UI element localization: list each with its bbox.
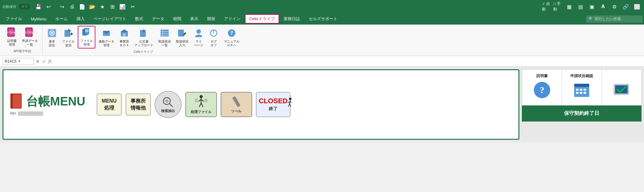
cancel-formula-icon[interactable]: ✕ (36, 59, 40, 64)
kihon-icon (47, 28, 57, 39)
file-mgmt-label: ファイル管理 (80, 39, 93, 47)
ribbon-group-buttons-api: e-Gov 証明書管理 e-Gov 申請データ一覧 (5, 26, 40, 48)
closed-box[interactable]: CLOSED 終了 (256, 92, 291, 117)
menu-gyomu-nisshi[interactable]: 業務日誌 (279, 14, 304, 24)
manual-button[interactable]: □ 手動 (553, 2, 562, 11)
table-layout-btn2[interactable]: ▤ (576, 2, 585, 11)
ribbon-btn-shoumei[interactable]: e-Gov 証明書管理 (5, 26, 19, 48)
name-box[interactable]: R14C5 ▼ (3, 58, 34, 65)
print-button[interactable]: 🖨 (68, 2, 76, 11)
ribbon-btn-renraku[interactable]: 連絡データ管理 (97, 27, 116, 48)
fullscreen-button[interactable]: ⬜ (633, 2, 641, 11)
right-section-status: 申請状況確認 (562, 70, 602, 105)
manual-section-icon[interactable]: ? (533, 81, 551, 102)
ribbon-btn-kihon[interactable]: 基本設定 (45, 27, 59, 48)
grid-button[interactable]: ⊞ (108, 2, 117, 11)
menu-cells-drive[interactable]: Cellsドライブ (245, 14, 279, 24)
tool-box[interactable]: ツール (221, 92, 252, 117)
search-circle-box[interactable]: 検索抽出 (155, 91, 182, 118)
tool-button[interactable]: ツール (221, 92, 252, 117)
insert-function-icon[interactable]: fx (48, 59, 52, 64)
menu-sells-support[interactable]: セルズサポート (304, 14, 342, 24)
svg-rect-71 (584, 92, 586, 94)
search-button[interactable]: 検索抽出 (155, 91, 182, 118)
shinsei-label: 申請データ一覧 (22, 39, 38, 47)
svg-point-42 (200, 95, 203, 98)
svg-rect-21 (123, 33, 126, 37)
closed-end-label: 終了 (269, 106, 278, 112)
menu-proc-box[interactable]: MENU 処理 (97, 93, 122, 116)
check-section-icon[interactable] (613, 80, 630, 101)
ribbon-btn-file-send[interactable]: ファイル送信 (60, 27, 76, 48)
koubunsho-icon (139, 28, 149, 39)
ribbon-btn-toriatsukai2[interactable]: 取扱状況入力 (174, 27, 190, 48)
process-file-box[interactable]: 処理ファイル (185, 92, 217, 117)
menu-proc-button[interactable]: MENU 処理 (97, 93, 122, 116)
menu-mymenu[interactable]: MyMenu (26, 15, 51, 23)
menu-page-layout[interactable]: ページレイアウト (89, 14, 131, 24)
quick-access-toolbar: 自動保存 オフ 💾 ↩ · ↪ 🖨 📄 📂 ★ ⊞ 📊 ✂ (3, 2, 137, 11)
status-section-icon[interactable] (573, 81, 590, 102)
open-button[interactable]: 📂 (88, 2, 97, 11)
ribbon-btn-manual[interactable]: ? マニュアルＨＰへ (222, 27, 241, 48)
right-section-check (602, 70, 641, 105)
menu-file[interactable]: ファイル (1, 14, 26, 24)
undo-button[interactable]: ↩ (44, 2, 53, 11)
separator: · (55, 4, 56, 9)
dropdown-icon[interactable]: ▼ (18, 59, 21, 63)
svg-rect-65 (574, 84, 589, 87)
logo-title: 台帳MENU (10, 93, 85, 110)
menu-proc-line1: MENU (102, 98, 116, 104)
menu-view[interactable]: 表示 (186, 14, 203, 24)
jimusho-info-box[interactable]: 事務所 情報他 (126, 93, 151, 116)
formula-controls: ✕ ✓ fx (36, 59, 52, 64)
save-button[interactable]: 💾 (34, 2, 43, 11)
svg-line-58 (288, 102, 290, 103)
menu-formula[interactable]: 数式 (131, 14, 148, 24)
svg-line-47 (201, 103, 203, 107)
auto-button[interactable]: ✓ 自動 (542, 2, 551, 11)
table-layout-btn1[interactable]: ▦ (565, 2, 573, 11)
jimusho-info-line1: 事務所 (131, 98, 146, 104)
logo-text: 台帳MENU (26, 95, 85, 107)
formula-input[interactable] (54, 58, 641, 64)
search-box[interactable]: 🔍 実行したい作業 (586, 15, 643, 23)
ribbon-btn-toriatsukai1[interactable]: 取扱状況一覧 (156, 27, 173, 48)
menu-home[interactable]: ホーム (51, 14, 72, 24)
process-file-button[interactable]: 処理ファイル (185, 92, 217, 117)
ribbon-btn-my-page[interactable]: マイページ (192, 27, 206, 48)
confirm-formula-icon[interactable]: ✓ (42, 59, 46, 64)
settings-button[interactable]: ⚙ (610, 2, 619, 11)
font-a-button[interactable]: A (599, 2, 607, 11)
svg-line-61 (290, 104, 291, 107)
star-button[interactable]: ★ (98, 2, 107, 11)
jimusho-info-button[interactable]: 事務所 情報他 (126, 93, 151, 116)
ribbon-btn-koubunsho[interactable]: 公文書アップロード (133, 27, 155, 48)
search-label: 検索抽出 (161, 109, 175, 113)
check-section-title (621, 73, 622, 78)
svg-rect-70 (580, 92, 582, 94)
ribbon-btn-shinsei[interactable]: e-Gov 申請データ一覧 (20, 26, 40, 48)
toriatsukai2-icon (178, 28, 187, 39)
redo-button[interactable]: ↪ (58, 2, 66, 11)
menu-develop[interactable]: 開発 (203, 14, 220, 24)
table-layout-btn3[interactable]: ▣ (587, 2, 596, 11)
toriatsukai1-label: 取扱状況一覧 (158, 40, 171, 47)
closed-figure-icon (279, 97, 294, 109)
menu-data[interactable]: データ (148, 14, 169, 24)
ribbon-btn-jimusho[interactable]: 事業所ＢＯＸ (117, 27, 131, 48)
closed-button[interactable]: CLOSED 終了 (256, 92, 291, 117)
svg-rect-66 (576, 89, 579, 91)
share-button[interactable]: 🔗 (621, 2, 630, 11)
file-send-label: ファイル送信 (62, 40, 75, 47)
menu-review[interactable]: 校閲 (169, 14, 186, 24)
scissors-button[interactable]: ✂ (128, 2, 137, 11)
ribbon-btn-log-off[interactable]: ログオフ (207, 27, 221, 48)
chart-button[interactable]: 📊 (118, 2, 127, 11)
new-file-button[interactable]: 📄 (78, 2, 87, 11)
manual-section-title: 説明書 (536, 73, 548, 79)
menu-insert[interactable]: 挿入 (72, 14, 89, 24)
menu-addin[interactable]: アドイン (220, 14, 245, 24)
right-bottom: 保守契約終了日 (522, 105, 641, 121)
ribbon-btn-file-mgmt[interactable]: ファイル管理 (78, 26, 95, 48)
